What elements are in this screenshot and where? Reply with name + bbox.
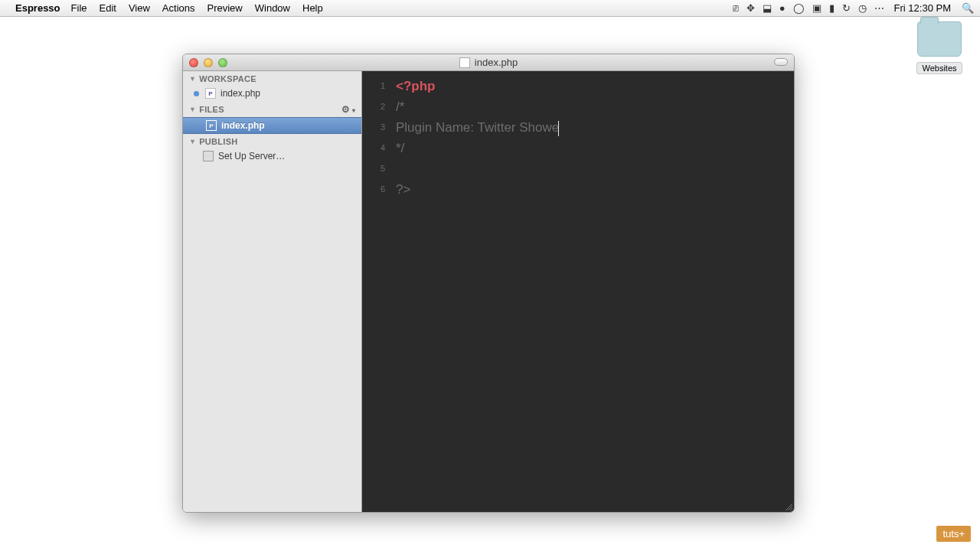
menu-edit[interactable]: Edit [100, 2, 116, 14]
publish-item-label: Set Up Server… [218, 151, 285, 161]
traffic-lights [189, 58, 227, 67]
window-title-text: index.php [475, 57, 518, 68]
php-file-icon: P [205, 88, 216, 99]
sidebar-section-workspace[interactable]: ▼ WORKSPACE [183, 71, 361, 86]
files-header-label: FILES [199, 105, 224, 114]
overflow-icon[interactable]: ⋯ [874, 2, 884, 14]
dropbox-icon[interactable]: ⬓ [763, 2, 772, 14]
disclosure-triangle-icon[interactable]: ▼ [189, 75, 196, 83]
menu-actions[interactable]: Actions [162, 2, 195, 14]
text-cursor [558, 121, 559, 136]
line-number-gutter: 1 2 3 4 5 6 [362, 71, 391, 512]
editor-window: index.php ▼ WORKSPACE P index.php ▼ FILE… [182, 54, 795, 513]
app-name[interactable]: Espresso [15, 2, 60, 14]
circle-icon[interactable]: ◯ [793, 2, 805, 14]
sync-icon[interactable]: ↻ [842, 2, 851, 14]
folder-icon [917, 21, 962, 57]
truck-icon[interactable]: ▣ [812, 2, 822, 14]
spotlight-icon[interactable]: 🔍 [962, 2, 974, 14]
line-number: 4 [362, 138, 385, 158]
publish-setup-server[interactable]: Set Up Server… [183, 148, 361, 164]
code-editor[interactable]: 1 2 3 4 5 6 <?php /* Plugin Name: Twitte… [362, 71, 794, 512]
workspace-header-label: WORKSPACE [199, 74, 256, 83]
code-line: Plugin Name: Twitter Showe [396, 120, 559, 135]
menubar-clock[interactable]: Fri 12:30 PM [894, 2, 951, 14]
line-number: 5 [362, 158, 385, 179]
document-icon [459, 57, 470, 68]
sidebar-section-files[interactable]: ▼ FILES ⚙ [183, 101, 361, 117]
workspace-file-item[interactable]: P index.php [183, 86, 361, 101]
window-titlebar[interactable]: index.php [183, 54, 794, 71]
menu-help[interactable]: Help [302, 2, 323, 14]
publish-header-label: PUBLISH [199, 137, 237, 146]
line-number: 3 [362, 117, 385, 138]
window-close-button[interactable] [189, 58, 198, 67]
code-line: ?> [396, 182, 410, 197]
menu-file[interactable]: File [71, 2, 87, 14]
battery-icon[interactable]: ▮ [829, 2, 835, 14]
server-icon [203, 151, 214, 161]
menu-window[interactable]: Window [255, 2, 290, 14]
resize-grip[interactable] [783, 501, 792, 510]
cloud-icon[interactable]: ● [779, 2, 786, 14]
code-line: */ [396, 141, 404, 155]
window-zoom-button[interactable] [218, 58, 227, 67]
files-item-label: index.php [221, 120, 265, 131]
code-content[interactable]: <?php /* Plugin Name: Twitter Showe */ ?… [391, 71, 559, 512]
line-number: 6 [362, 179, 385, 200]
line-number: 1 [362, 76, 385, 96]
code-line: <?php [396, 79, 435, 93]
toolbar-pill-button[interactable] [774, 58, 788, 66]
move-icon[interactable]: ✥ [746, 2, 755, 14]
menu-preview[interactable]: Preview [207, 2, 243, 14]
screenrec-icon[interactable]: ⎚ [733, 2, 739, 14]
disclosure-triangle-icon[interactable]: ▼ [189, 106, 196, 113]
php-file-icon: P [206, 120, 217, 131]
desktop-folder-websites[interactable]: Websites [913, 21, 966, 74]
window-title: index.php [183, 57, 794, 68]
desktop-folder-label: Websites [916, 62, 962, 74]
menu-view[interactable]: View [129, 2, 150, 14]
window-minimize-button[interactable] [204, 58, 213, 67]
tuts-plus-badge: tuts+ [936, 526, 971, 542]
sidebar: ▼ WORKSPACE P index.php ▼ FILES ⚙ P inde… [183, 71, 362, 512]
code-line: /* [396, 99, 404, 114]
macos-menubar: Espresso File Edit View Actions Preview … [0, 0, 980, 17]
gear-icon[interactable]: ⚙ [341, 104, 355, 115]
workspace-file-label: index.php [220, 88, 260, 99]
timemachine-icon[interactable]: ◷ [858, 2, 867, 14]
modified-dot-icon [194, 91, 199, 96]
line-number: 2 [362, 96, 385, 117]
sidebar-section-publish[interactable]: ▼ PUBLISH [183, 134, 361, 148]
disclosure-triangle-icon[interactable]: ▼ [189, 138, 196, 145]
files-tree-item-selected[interactable]: P index.php [183, 117, 361, 134]
